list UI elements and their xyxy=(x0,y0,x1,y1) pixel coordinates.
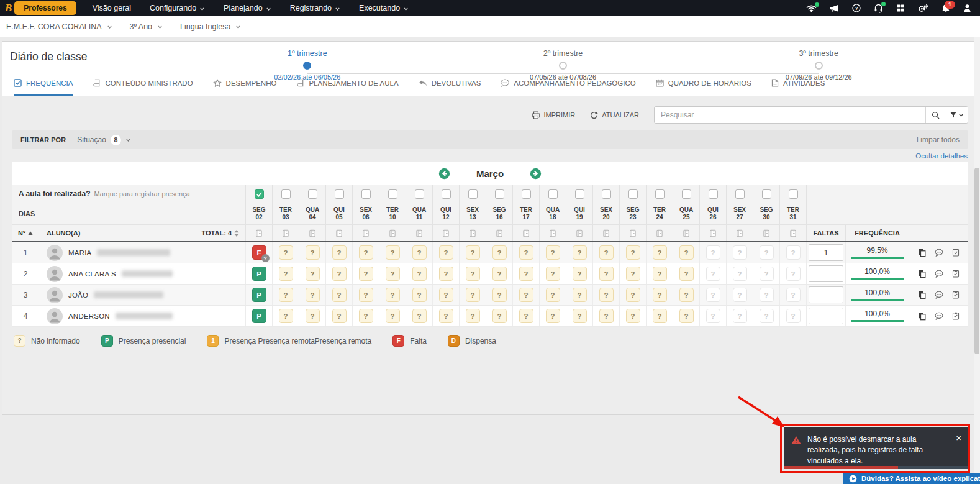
day-header[interactable]: SEG16 xyxy=(486,203,512,224)
lesson-checkbox[interactable] xyxy=(789,189,798,199)
attendance-mark[interactable]: ? xyxy=(412,267,427,281)
faltas-input[interactable] xyxy=(809,286,843,303)
attendance-mark[interactable]: ? xyxy=(492,288,507,302)
lesson-journal-icon[interactable] xyxy=(362,229,370,237)
attendance-mark[interactable]: ? xyxy=(573,309,587,323)
attendance-mark[interactable]: F? xyxy=(252,245,266,260)
attendance-mark[interactable]: ? xyxy=(439,245,453,260)
lesson-checkbox[interactable] xyxy=(522,189,531,199)
lesson-checkbox[interactable] xyxy=(281,189,291,199)
clear-filters-link[interactable]: Limpar todos xyxy=(917,135,960,144)
lesson-journal-icon[interactable] xyxy=(282,229,289,237)
day-header[interactable]: SEX13 xyxy=(459,203,486,224)
attendance-mark[interactable]: ? xyxy=(599,309,614,323)
attendance-mark[interactable]: ? xyxy=(412,309,427,323)
day-header[interactable]: QUI19 xyxy=(566,203,592,224)
attendance-mark[interactable]: ? xyxy=(279,288,293,302)
attendance-mark[interactable]: ? xyxy=(546,288,560,302)
help-icon[interactable]: ? xyxy=(852,4,861,12)
day-header[interactable]: QUA25 xyxy=(673,203,699,224)
nav-item-planejando[interactable]: Planejando xyxy=(224,4,271,12)
lesson-checkbox[interactable] xyxy=(495,189,504,199)
lesson-checkbox[interactable] xyxy=(602,189,611,199)
nav-item-configurando[interactable]: Configurando xyxy=(150,4,205,12)
day-header[interactable]: TER03 xyxy=(272,203,299,224)
brand-logo[interactable]: B xyxy=(5,2,12,14)
attendance-mark[interactable]: ? xyxy=(492,267,507,281)
lesson-checkbox[interactable] xyxy=(308,189,317,199)
lesson-checkbox[interactable] xyxy=(388,189,397,199)
attendance-mark[interactable]: ? xyxy=(626,288,640,302)
attendance-mark[interactable]: ? xyxy=(332,245,347,260)
scrollbar-track[interactable] xyxy=(974,37,980,484)
day-header[interactable]: QUA04 xyxy=(299,203,325,224)
evaluation-checklist-icon[interactable] xyxy=(952,249,960,257)
lesson-journal-icon[interactable] xyxy=(576,229,583,237)
attendance-mark[interactable]: ? xyxy=(546,309,560,323)
previous-month-button[interactable] xyxy=(438,168,450,180)
lesson-journal-icon[interactable] xyxy=(549,229,556,237)
evaluation-checklist-icon[interactable] xyxy=(952,312,960,320)
lesson-checkbox[interactable] xyxy=(255,189,264,199)
lesson-checkbox[interactable] xyxy=(415,189,424,199)
attendance-mark[interactable]: ? xyxy=(332,309,347,323)
attendance-mark[interactable]: ? xyxy=(359,309,373,323)
attendance-mark[interactable]: P xyxy=(252,267,266,281)
attendance-mark[interactable]: ? xyxy=(653,309,667,323)
comment-icon[interactable] xyxy=(935,270,943,278)
attendance-mark[interactable]: ? xyxy=(412,245,427,260)
hide-details-link[interactable]: Ocultar detalhes xyxy=(915,152,968,160)
attendance-mark[interactable]: ? xyxy=(679,309,694,323)
copy-record-icon[interactable] xyxy=(918,270,926,278)
attendance-mark[interactable]: ? xyxy=(306,267,320,281)
attendance-mark[interactable]: ? xyxy=(359,267,373,281)
attendance-mark[interactable]: ? xyxy=(332,288,347,302)
attendance-mark[interactable]: ? xyxy=(573,245,587,260)
filter-button[interactable] xyxy=(945,107,968,123)
attendance-mark[interactable]: ? xyxy=(279,309,293,323)
day-header[interactable]: TER17 xyxy=(512,203,539,224)
lesson-journal-icon[interactable] xyxy=(683,229,690,237)
lesson-journal-icon[interactable] xyxy=(656,229,663,237)
day-header[interactable]: SEG30 xyxy=(753,203,779,224)
apps-grid-icon[interactable] xyxy=(896,4,905,12)
trimester-2[interactable]: 2º trimestre07/05/26 até 07/08/26 xyxy=(435,49,691,81)
professores-button[interactable]: Professores xyxy=(14,1,76,15)
lesson-journal-icon[interactable] xyxy=(709,229,717,237)
attendance-mark[interactable]: ? xyxy=(492,309,507,323)
nav-item-registrando[interactable]: Registrando xyxy=(290,4,340,12)
attendance-mark[interactable]: ? xyxy=(519,267,533,281)
attendance-mark[interactable]: ? xyxy=(679,267,694,281)
support-icon[interactable] xyxy=(874,4,883,13)
attendance-mark[interactable]: ? xyxy=(466,245,480,260)
connection-status-icon[interactable] xyxy=(806,4,817,12)
faltas-input[interactable] xyxy=(809,308,843,324)
refresh-button[interactable]: ATUALIZAR xyxy=(590,111,639,119)
lesson-journal-icon[interactable] xyxy=(736,229,743,237)
attendance-mark[interactable]: ? xyxy=(386,288,400,302)
lesson-checkbox[interactable] xyxy=(735,189,745,199)
comment-icon[interactable] xyxy=(935,249,943,257)
attendance-mark[interactable]: ? xyxy=(573,267,587,281)
day-header[interactable]: SEX06 xyxy=(352,203,379,224)
day-header[interactable]: TER10 xyxy=(379,203,406,224)
lesson-journal-icon[interactable] xyxy=(789,229,797,237)
tab-conteudo-ministrado[interactable]: CONTEÚDO MINISTRADO xyxy=(93,72,193,96)
toast-close-button[interactable]: × xyxy=(956,431,961,445)
attendance-mark[interactable]: ? xyxy=(359,288,373,302)
search-button[interactable] xyxy=(925,107,945,123)
settings-icon[interactable] xyxy=(918,4,928,13)
attendance-mark[interactable]: ? xyxy=(653,288,667,302)
scrollbar-thumb[interactable] xyxy=(974,168,979,354)
attendance-mark[interactable]: ? xyxy=(306,245,320,260)
lesson-journal-icon[interactable] xyxy=(496,229,503,237)
grade-selector[interactable]: 3º Ano xyxy=(130,22,163,31)
attendance-mark[interactable]: ? xyxy=(359,245,373,260)
attendance-mark[interactable]: ? xyxy=(546,267,560,281)
lesson-journal-icon[interactable] xyxy=(469,229,476,237)
lesson-checkbox[interactable] xyxy=(655,189,665,199)
lesson-journal-icon[interactable] xyxy=(255,229,263,237)
day-header[interactable]: SEX20 xyxy=(592,203,619,224)
lesson-checkbox[interactable] xyxy=(682,189,691,199)
day-header[interactable]: QUA11 xyxy=(406,203,432,224)
